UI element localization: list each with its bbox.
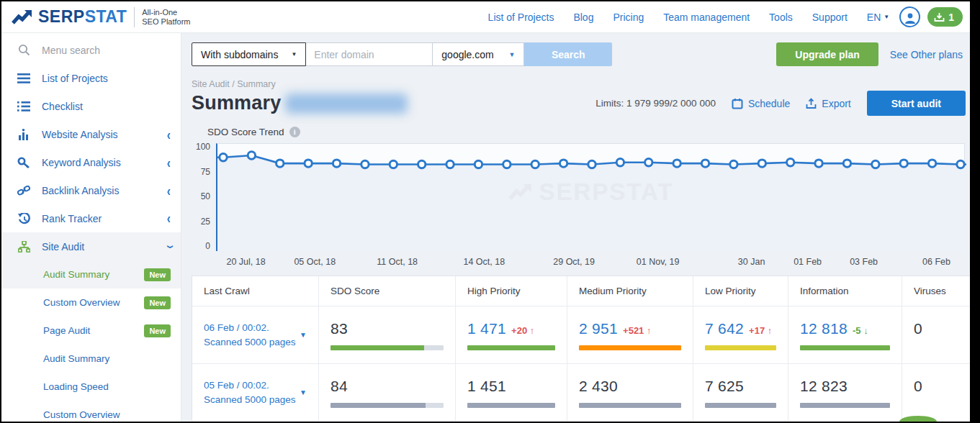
sidebar-subitem-label: Audit Summary bbox=[43, 269, 109, 280]
rank-tracker-icon bbox=[17, 213, 31, 224]
sidebar-item-keyword-analysis[interactable]: Keyword Analysis‹ bbox=[1, 148, 181, 176]
plans-group: Upgrade plan See Other plans bbox=[776, 42, 966, 66]
metric-cell-high-priority: 1 471+20 ↑ bbox=[455, 306, 567, 363]
column-header-information: Information bbox=[788, 276, 902, 306]
nav-link-list-of-projects[interactable]: List of Projects bbox=[488, 12, 554, 23]
metric-delta: +20 ↑ bbox=[511, 325, 534, 336]
menu-search-input[interactable] bbox=[42, 45, 143, 56]
last-crawl-text: 05 Feb / 00:02.Scanned 5000 pages bbox=[204, 378, 296, 407]
column-header-medium-priority: Medium Priority bbox=[567, 276, 693, 306]
sidebar-subitem-label: Audit Summary bbox=[43, 353, 109, 364]
metric-top: 7 642+17 ↑ bbox=[705, 320, 776, 337]
nav-link-support[interactable]: Support bbox=[812, 12, 848, 23]
sidebar-subitem-audit-summary[interactable]: Audit SummaryNew bbox=[1, 260, 181, 288]
nav-link-pricing[interactable]: Pricing bbox=[613, 12, 644, 23]
start-audit-button[interactable]: Start audit bbox=[867, 91, 966, 116]
metric-cell-medium-priority: 2 430 bbox=[567, 364, 693, 421]
sidebar-subitem-loading-speed[interactable]: Loading Speed bbox=[1, 373, 181, 401]
metric-value: 1 471 bbox=[467, 320, 506, 337]
metric-top: 2 430 bbox=[579, 378, 681, 395]
chevron-down-icon: ▼ bbox=[291, 51, 297, 58]
avatar[interactable] bbox=[899, 6, 920, 27]
schedule-link[interactable]: Schedule bbox=[732, 98, 790, 109]
download-tray-icon bbox=[934, 12, 945, 22]
sidebar-subitem-label: Loading Speed bbox=[43, 381, 109, 392]
language-selector[interactable]: EN▼ bbox=[867, 12, 889, 23]
limits-label: Limits: 1 979 999/2 000 000 bbox=[595, 98, 716, 109]
metric-bar-fill bbox=[800, 403, 890, 408]
export-icon bbox=[806, 98, 817, 109]
sidebar-item-checklist[interactable]: Checklist bbox=[1, 92, 181, 120]
chart-plot-area[interactable]: SERPSTAT bbox=[216, 143, 965, 251]
search-button[interactable]: Search bbox=[524, 42, 612, 66]
metric-top: 83 bbox=[331, 320, 444, 337]
last-crawl-cell[interactable]: 05 Feb / 00:02.Scanned 5000 pages▼ bbox=[192, 364, 318, 421]
metric-bar bbox=[705, 403, 776, 408]
nav-link-blog[interactable]: Blog bbox=[573, 12, 593, 23]
export-link[interactable]: Export bbox=[806, 98, 850, 109]
website-analysis-icon bbox=[17, 129, 31, 140]
chevron-left-icon: ‹ bbox=[167, 182, 171, 199]
metric-value: 1 451 bbox=[467, 378, 506, 395]
sidebar-subitem-custom-overview[interactable]: Custom Overview bbox=[1, 401, 181, 423]
last-crawl-cell[interactable]: 06 Feb / 00:02.Scanned 5000 pages▼ bbox=[192, 306, 318, 363]
metric-value: 84 bbox=[331, 378, 348, 395]
metric-bar-fill bbox=[705, 403, 776, 408]
breadcrumb[interactable]: Site Audit / Summary bbox=[192, 79, 966, 89]
chart-title: SDO Score Trend bbox=[207, 127, 284, 137]
chevron-left-icon: ‹ bbox=[167, 210, 171, 227]
top-nav: List of ProjectsBlogPricingTeam manageme… bbox=[469, 12, 848, 23]
serpstat-logo[interactable]: SERPSTAT bbox=[12, 7, 127, 27]
x-tick-label: 20 Jul, 18 bbox=[226, 257, 265, 267]
sidebar-subitem-page-audit[interactable]: Page AuditNew bbox=[1, 317, 181, 345]
metric-value: 0 bbox=[914, 378, 922, 395]
metric-bar-fill bbox=[467, 345, 555, 350]
sidebar-item-backlink-analysis[interactable]: Backlink Analysis‹ bbox=[1, 176, 181, 204]
sidebar-item-website-analysis[interactable]: Website Analysis‹ bbox=[1, 120, 181, 148]
subdomains-dropdown[interactable]: With subdomains ▼ bbox=[192, 42, 306, 66]
sidebar-item-label: Backlink Analysis bbox=[42, 185, 119, 196]
downloads-badge[interactable]: 1 bbox=[927, 7, 963, 27]
metric-bar-fill bbox=[331, 403, 426, 408]
sidebar-item-label: Keyword Analysis bbox=[42, 157, 121, 168]
column-header-high-priority: High Priority bbox=[455, 276, 567, 306]
menu-search[interactable] bbox=[1, 36, 181, 64]
metric-cell-viruses: 0 bbox=[902, 306, 970, 363]
search-icon bbox=[17, 44, 31, 56]
sidebar-subitem-custom-overview[interactable]: Custom OverviewNew bbox=[1, 288, 181, 317]
upgrade-plan-button[interactable]: Upgrade plan bbox=[776, 42, 878, 66]
see-other-plans-link[interactable]: See Other plans bbox=[890, 49, 963, 60]
metric-bar bbox=[331, 403, 444, 408]
chat-widget[interactable] bbox=[899, 416, 937, 423]
info-icon[interactable]: i bbox=[289, 127, 300, 137]
sidebar-item-site-audit[interactable]: Site Audit‹ bbox=[1, 232, 181, 260]
sidebar-subitem-label: Page Audit bbox=[43, 325, 90, 336]
new-badge: New bbox=[144, 296, 171, 309]
calendar-icon bbox=[732, 98, 743, 109]
serpstat-watermark-icon bbox=[508, 183, 533, 201]
sidebar-item-rank-tracker[interactable]: Rank Tracker‹ bbox=[1, 204, 181, 232]
y-tick-label: 25 bbox=[201, 217, 210, 227]
logo-text: SERPSTAT bbox=[38, 7, 127, 27]
metric-value: 12 823 bbox=[800, 378, 848, 395]
domain-dropdown[interactable]: google.com ▼ bbox=[433, 42, 524, 66]
crawl-scanned: Scanned 5000 pages bbox=[204, 393, 296, 407]
redacted-domain bbox=[285, 94, 408, 114]
x-tick-label: 03 Feb bbox=[850, 257, 878, 267]
metric-bar bbox=[467, 345, 555, 350]
metric-top: 0 bbox=[914, 378, 966, 395]
metric-cell-information: 12 818-5 ↓ bbox=[788, 306, 902, 363]
chevron-left-icon: ‹ bbox=[167, 126, 171, 142]
sidebar-item-label: Rank Tracker bbox=[42, 213, 102, 224]
domain-input[interactable] bbox=[306, 42, 433, 66]
sidebar-subitem-audit-summary[interactable]: Audit Summary bbox=[1, 345, 181, 373]
nav-link-team-management[interactable]: Team management bbox=[663, 12, 750, 23]
keyword-analysis-icon bbox=[17, 157, 31, 168]
metric-cell-low-priority: 7 642+17 ↑ bbox=[693, 306, 788, 363]
chart-y-axis: 1007550250 bbox=[192, 143, 216, 251]
nav-link-tools[interactable]: Tools bbox=[769, 12, 793, 23]
sidebar-item-list-of-projects[interactable]: List of Projects bbox=[1, 64, 181, 92]
x-tick-label: 14 Oct, 18 bbox=[463, 257, 505, 267]
audit-table: Last CrawlSDO ScoreHigh PriorityMedium P… bbox=[192, 276, 970, 421]
metric-value: 83 bbox=[331, 320, 348, 337]
